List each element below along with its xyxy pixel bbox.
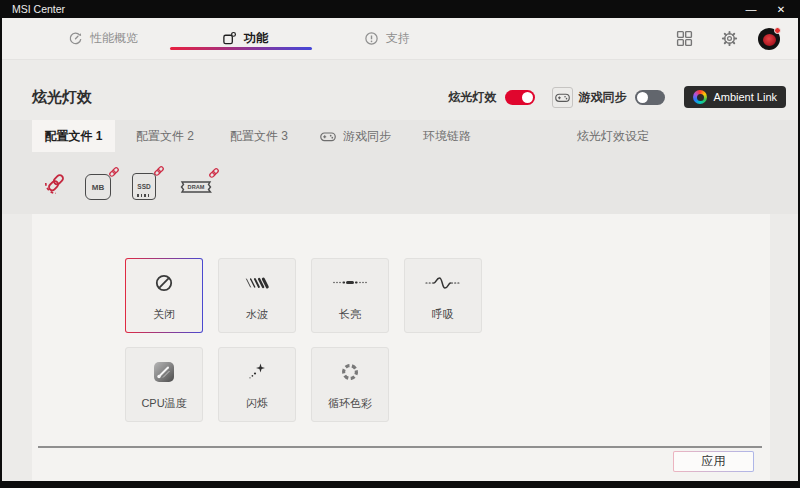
app-surface: MSI Center — ✕ 性能概览 功能 <box>2 0 798 481</box>
tab-profile-2[interactable]: 配置文件 2 <box>136 120 194 152</box>
support-icon <box>364 31 379 46</box>
device-ssd-button[interactable]: SSD <box>132 173 156 200</box>
close-button[interactable]: ✕ <box>768 0 794 18</box>
off-icon <box>154 270 174 296</box>
effect-label: 循环色彩 <box>328 396 372 411</box>
settings-button[interactable] <box>720 18 739 59</box>
motherboard-icon: MB <box>85 174 111 200</box>
ssd-icon: SSD <box>132 173 156 200</box>
effect-card-flash[interactable]: 闪烁 <box>218 347 296 422</box>
game-sync-gamepad-badge <box>552 87 573 108</box>
effect-label: 闪烁 <box>246 396 268 411</box>
device-label: MB <box>92 183 104 192</box>
device-dram-button[interactable]: DRAM <box>176 178 216 196</box>
mystic-light-toggle[interactable] <box>505 90 535 105</box>
device-label: SSD <box>137 183 150 190</box>
profile-tabs: 配置文件 1 配置文件 2 配置文件 3 游戏同步 环境链路 炫光灯效设定 <box>32 120 768 152</box>
active-tab-underline <box>170 47 312 50</box>
notification-dot-icon <box>774 27 781 34</box>
ambient-link-label: Ambient Link <box>713 91 777 103</box>
footer-divider <box>38 446 762 448</box>
dram-icon: DRAM <box>176 178 216 196</box>
gear-icon <box>720 29 739 48</box>
tab-mystic-light-settings[interactable]: 炫光灯效设定 <box>577 120 649 152</box>
page-title: 炫光灯效 <box>32 88 92 107</box>
color-cycle-icon <box>340 359 360 385</box>
effect-label: 关闭 <box>153 307 175 322</box>
header-controls: 炫光灯效 游戏同步 Ambient Link <box>448 86 786 108</box>
tab-profile-1[interactable]: 配置文件 1 <box>32 120 115 152</box>
device-row: MB SSD <box>2 152 798 214</box>
toggle-knob <box>522 92 533 103</box>
mystic-light-toggle-label: 炫光灯效 <box>448 89 496 106</box>
link-icon <box>42 169 70 197</box>
tab-label: 配置文件 2 <box>136 120 194 152</box>
tab-label: 环境链路 <box>423 120 471 152</box>
gamepad-icon <box>555 92 570 103</box>
nav-tab-label: 性能概览 <box>90 30 138 47</box>
nav-tab-performance[interactable]: 性能概览 <box>68 18 138 59</box>
msi-center-window: MSI Center — ✕ 性能概览 功能 <box>0 0 800 488</box>
steady-icon <box>332 270 368 296</box>
nav-tab-label: 支持 <box>386 30 410 47</box>
cpu-temp-icon <box>154 359 174 385</box>
toggle-knob <box>637 92 648 103</box>
effect-label: CPU温度 <box>141 396 186 411</box>
nav-tab-label: 功能 <box>244 30 268 47</box>
effect-card-steady[interactable]: 长亮 <box>311 258 389 333</box>
avatar <box>758 28 780 50</box>
grid-apps-button[interactable] <box>676 18 693 59</box>
game-sync-toggle-label: 游戏同步 <box>578 89 626 106</box>
effect-card-breathing[interactable]: 呼吸 <box>404 258 482 333</box>
tab-label: 配置文件 1 <box>44 120 102 152</box>
rgb-ring-icon <box>693 90 707 104</box>
effect-card-cpu-temp[interactable]: CPU温度 <box>125 347 203 422</box>
tab-profile-3[interactable]: 配置文件 3 <box>230 120 288 152</box>
link-badge-icon <box>208 167 220 179</box>
page-header: 炫光灯效 炫光灯效 游戏同步 Ambient Link <box>2 60 798 120</box>
gauge-icon <box>68 31 83 46</box>
gamepad-icon <box>320 131 336 142</box>
window-title: MSI Center <box>12 0 65 18</box>
link-badge-icon <box>153 165 165 177</box>
grid-apps-icon <box>676 30 693 47</box>
apps-icon <box>222 31 237 46</box>
user-avatar[interactable] <box>758 18 780 59</box>
tab-label: 炫光灯效设定 <box>577 120 649 152</box>
tab-game-sync[interactable]: 游戏同步 <box>320 120 391 152</box>
effect-card-color-cycle[interactable]: 循环色彩 <box>311 347 389 422</box>
tab-label: 配置文件 3 <box>230 120 288 152</box>
effect-label: 水波 <box>246 307 268 322</box>
effect-label: 呼吸 <box>432 307 454 322</box>
tab-ambient-link[interactable]: 环境链路 <box>423 120 471 152</box>
titlebar: MSI Center — ✕ <box>2 0 798 18</box>
breathing-icon <box>425 270 461 296</box>
nav-tab-support[interactable]: 支持 <box>364 18 410 59</box>
effect-card-wave[interactable]: 水波 <box>218 258 296 333</box>
device-sync-all-button[interactable] <box>42 169 70 197</box>
nav-tab-features[interactable]: 功能 <box>222 18 268 59</box>
link-badge-icon <box>108 166 120 178</box>
minimize-button[interactable]: — <box>738 0 764 18</box>
effect-label: 长亮 <box>339 307 361 322</box>
game-sync-toggle[interactable] <box>635 90 665 105</box>
tab-label: 游戏同步 <box>343 120 391 152</box>
effects-panel: 关闭 水波 <box>32 214 770 481</box>
effect-card-off[interactable]: 关闭 <box>125 258 203 333</box>
svg-text:DRAM: DRAM <box>188 184 205 190</box>
device-mb-button[interactable]: MB <box>85 174 111 200</box>
apply-button[interactable]: 应用 <box>673 451 754 472</box>
main-navbar: 性能概览 功能 支持 <box>2 18 798 60</box>
flash-icon <box>247 359 267 385</box>
wave-icon <box>244 270 271 296</box>
ambient-link-button[interactable]: Ambient Link <box>684 86 786 108</box>
